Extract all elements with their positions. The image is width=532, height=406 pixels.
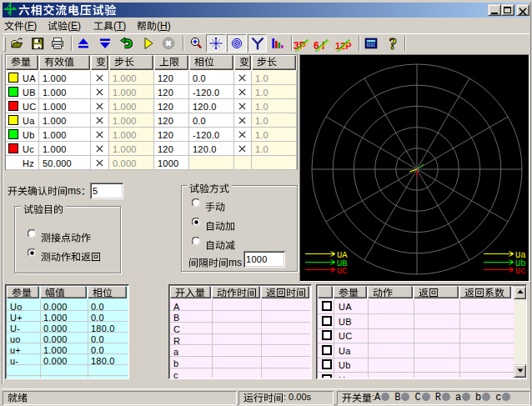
- svg-text:3P: 3P: [294, 40, 306, 52]
- svg-text:UC: UC: [337, 266, 348, 275]
- svg-text:Uc: Uc: [515, 266, 526, 275]
- svg-text:?: ?: [389, 37, 398, 50]
